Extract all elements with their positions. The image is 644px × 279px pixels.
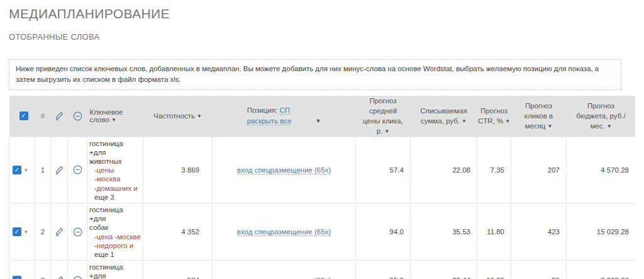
row-edit-cell [51, 203, 68, 260]
position-cell: вход спецразмещение (65х) [213, 261, 356, 279]
media-planning-page: МЕДИАПЛАНИРОВАНИЕ ОТОБРАННЫЕ СЛОВА Ниже … [0, 6, 644, 279]
header-budget: Прогноз бюджета, руб./мес.▼ [567, 96, 636, 137]
expand-all-link[interactable]: раскрыть все [247, 117, 292, 125]
header-charged-sum: Списываемая сумма, руб.▼ [411, 96, 477, 137]
table-row: ✓▾ 1 гостиница +дляживотных-цены -москва… [9, 137, 636, 203]
row-remove-cell [68, 137, 87, 203]
minus-word: -домашних и [89, 184, 141, 193]
frequency-cell: 4 352 [143, 203, 213, 260]
table-row: ✓▾ 3 гостиница +длясобак цена-москве 584… [9, 261, 636, 279]
header-ctr: Прогноз CTR, %▼ [477, 96, 511, 137]
checkmark-icon: ✓ [14, 166, 19, 173]
info-banner: Ниже приведен список ключевых слов, доба… [9, 59, 621, 90]
minus-word: -цена -москве [89, 232, 141, 241]
header-position: Позиция: СП раскрыть все▼ [213, 96, 356, 137]
position-sp-link[interactable]: СП [280, 106, 291, 115]
keywords-table: ✓ # Ключевое слово▼ Частотность▼ Позиция… [9, 96, 635, 279]
row-options-caret-icon[interactable]: ▾ [25, 229, 28, 235]
position-label: Позиция: [247, 106, 278, 114]
row-remove-cell [68, 261, 87, 279]
clicks-cell: 99 [511, 261, 567, 279]
row-checkbox[interactable]: ✓ [13, 166, 21, 174]
budget-cell: 3 608.03 [567, 261, 636, 279]
charged-sum-cell: 22.08 [411, 137, 477, 203]
position-cell: вход спецразмещение (65х) [213, 137, 356, 203]
frequency-cell: 584 [143, 261, 213, 279]
edit-pencil-icon[interactable] [55, 165, 64, 175]
row-edit-cell [51, 261, 68, 279]
header-frequency: Частотность▼ [143, 96, 213, 137]
checkmark-icon: ✓ [21, 112, 26, 119]
page-title: МЕДИАПЛАНИРОВАНИЕ [9, 6, 635, 21]
frequency-cell: 3 869 [143, 137, 213, 203]
position-link[interactable]: вход спецразмещение (65х) [237, 228, 331, 236]
position-cell: вход спецразмещение (65х) [213, 203, 356, 260]
remove-minus-circle-icon[interactable] [72, 275, 83, 279]
keyword-text: собак [89, 223, 141, 232]
position-link[interactable]: вход спецразмещение (65х) [237, 276, 331, 279]
row-checkbox[interactable]: ✓ [13, 276, 21, 279]
row-remove-cell [68, 203, 87, 260]
sort-charged-sum-icon[interactable]: ▼ [462, 118, 467, 124]
avg-click-price-cell: 57.4 [356, 137, 411, 203]
edit-pencil-icon[interactable] [55, 227, 64, 237]
row-select-cell: ✓▾ [9, 203, 35, 260]
checkmark-icon: ✓ [14, 228, 19, 235]
row-edit-cell [51, 137, 68, 203]
header-clicks: Прогноз кликов в месяц▼ [511, 96, 567, 137]
avg-click-price-cell: 94.0 [356, 203, 411, 260]
sort-keyword-icon[interactable]: ▼ [111, 117, 116, 123]
budget-cell: 4 570.28 [567, 137, 636, 203]
clicks-cell: 423 [511, 203, 567, 260]
table-body: ✓▾ 1 гостиница +дляживотных-цены -москва… [9, 137, 636, 279]
sort-ctr-icon[interactable]: ▼ [505, 118, 510, 124]
row-number: 2 [35, 203, 51, 260]
keyword-text: гостиница +для [89, 205, 141, 223]
remove-minus-circle-icon[interactable] [72, 164, 83, 175]
sort-clicks-icon[interactable]: ▼ [547, 123, 552, 129]
keyword-cell-content: гостиница +длясобак-цена -москве-недорог… [89, 205, 141, 259]
row-number: 1 [35, 137, 51, 203]
checkmark-icon: ✓ [14, 276, 19, 279]
minus-word: -цены -москва [89, 166, 141, 183]
header-avg-click-price: Прогноз средней цены клика, р.▼ [356, 96, 411, 137]
charged-sum-cell: 36.44 [411, 261, 477, 279]
select-all-checkbox[interactable]: ✓ [19, 111, 28, 120]
row-select-cell: ✓▾ [9, 137, 35, 203]
header-keyword: Ключевое слово▼ [87, 96, 143, 137]
sort-budget-icon[interactable]: ▼ [607, 123, 612, 129]
sort-avg-price-icon[interactable]: ▼ [384, 128, 389, 134]
remove-minus-circle-icon[interactable] [72, 227, 83, 237]
keywords-table-container: ✓ # Ключевое слово▼ Частотность▼ Позиция… [9, 96, 635, 279]
ctr-cell: 19.00 [477, 261, 511, 279]
keyword-text: животных [89, 157, 141, 166]
keyword-cell: гостиница +дляживотных-цены -москва-дома… [87, 137, 143, 203]
more-words-label: еще 3 [89, 193, 141, 202]
keyword-cell: гостиница +длясобак цена-москве [87, 261, 143, 279]
keyword-text: гостиница +для [89, 263, 141, 279]
budget-cell: 15 029.28 [567, 203, 636, 260]
header-number: # [35, 96, 51, 137]
table-row: ✓▾ 2 гостиница +длясобак-цена -москве-не… [9, 203, 636, 260]
avg-click-price-cell: 95.9 [356, 261, 411, 279]
row-select-cell: ✓▾ [9, 261, 35, 279]
sort-frequency-icon[interactable]: ▼ [197, 113, 202, 119]
edit-pencil-icon[interactable] [55, 275, 64, 279]
row-number: 3 [35, 261, 51, 279]
charged-sum-cell: 35.53 [411, 203, 477, 260]
edit-pencil-icon[interactable] [55, 111, 64, 121]
position-link[interactable]: вход спецразмещение (65х) [237, 166, 331, 174]
remove-minus-circle-icon[interactable] [72, 111, 83, 122]
ctr-cell: 11.80 [477, 203, 511, 260]
ctr-cell: 7.35 [477, 137, 511, 203]
section-title-selected-words: ОТОБРАННЫЕ СЛОВА [9, 32, 635, 42]
row-options-caret-icon[interactable]: ▾ [25, 167, 28, 173]
minus-word: -недорого и [89, 241, 141, 250]
keyword-cell-content: гостиница +длясобак цена-москве [89, 263, 141, 279]
select-all-cell: ✓ [9, 96, 35, 137]
row-checkbox[interactable]: ✓ [13, 227, 21, 236]
more-words-label: еще 1 [89, 250, 141, 259]
header-remove-cell [68, 96, 87, 137]
sort-position-icon[interactable]: ▼ [315, 118, 321, 124]
table-header-row: ✓ # Ключевое слово▼ Частотность▼ Позиция… [9, 96, 636, 137]
